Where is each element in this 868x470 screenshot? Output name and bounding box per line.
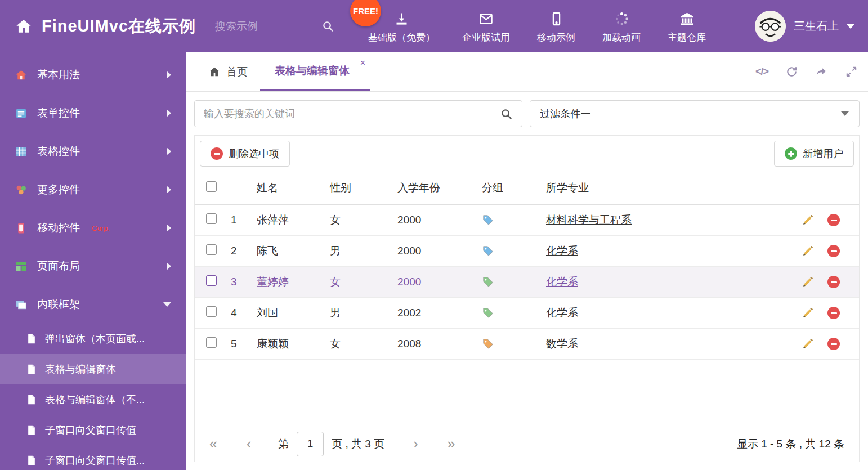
- sidebar-subitem-child-value-2[interactable]: 子窗口向父窗口传值...: [0, 445, 186, 470]
- header-search-input[interactable]: [215, 20, 305, 33]
- edit-icon[interactable]: [802, 338, 814, 350]
- sidebar-subitem-label: 表格与编辑窗体（不...: [45, 393, 145, 406]
- delete-icon[interactable]: [827, 307, 840, 319]
- chevron-down-icon: [163, 302, 171, 307]
- mobile-icon: [549, 11, 564, 26]
- sidebar-subitem-grid-edit[interactable]: 表格与编辑窗体: [0, 354, 186, 384]
- code-icon[interactable]: </>: [755, 66, 768, 78]
- sidebar-item-form[interactable]: 表单控件: [0, 94, 186, 132]
- sidebar-subitem-label: 子窗口向父窗口传值: [45, 423, 136, 437]
- delete-icon[interactable]: [827, 245, 840, 257]
- tab-home[interactable]: 首页: [196, 52, 260, 91]
- tag-icon: [482, 338, 537, 350]
- page-prefix-label: 第: [278, 437, 289, 451]
- col-major: 所学专业: [542, 172, 791, 205]
- delete-selected-button[interactable]: 删除选中项: [200, 141, 290, 167]
- row-checkbox[interactable]: [206, 306, 217, 317]
- nav-item-loading[interactable]: 加载动画: [602, 9, 641, 44]
- major-link[interactable]: 化学系: [546, 276, 578, 288]
- edit-icon[interactable]: [802, 245, 814, 257]
- filter-dropdown-value: 过滤条件一: [540, 107, 591, 120]
- cell-year: 2000: [393, 267, 477, 298]
- search-icon[interactable]: [500, 108, 513, 120]
- nav-item-label: 企业版试用: [462, 31, 510, 44]
- row-checkbox[interactable]: [206, 244, 217, 255]
- major-link[interactable]: 数学系: [546, 338, 578, 350]
- row-checkbox[interactable]: [206, 337, 217, 348]
- sidebar-item-grid[interactable]: 表格控件: [0, 132, 186, 171]
- tab-label: 首页: [226, 65, 248, 79]
- last-page-icon[interactable]: »: [448, 437, 455, 451]
- top-nav: FREE! 基础版（免费） 企业版试用 移动示例 加载动画 主题仓库: [368, 9, 706, 44]
- divider: [397, 436, 397, 453]
- sidebar-item-label: 更多控件: [37, 182, 80, 197]
- row-checkbox[interactable]: [206, 213, 217, 224]
- nav-item-label: 移动示例: [537, 31, 575, 44]
- sidebar-subitem-grid-edit-2[interactable]: 表格与编辑窗体（不...: [0, 384, 186, 415]
- tab-grid-edit[interactable]: 表格与编辑窗体 ×: [260, 52, 370, 91]
- major-link[interactable]: 化学系: [546, 245, 578, 257]
- file-icon: [26, 455, 37, 466]
- button-label: 新增用户: [803, 147, 843, 160]
- sidebar-subitem-popup[interactable]: 弹出窗体（本页面或...: [0, 324, 186, 354]
- cell-year: 2008: [393, 329, 477, 360]
- chevron-right-icon: [167, 262, 171, 270]
- form-icon: [15, 107, 28, 120]
- brand[interactable]: FineUIMvc在线示例: [15, 15, 196, 38]
- major-link[interactable]: 化学系: [546, 307, 578, 319]
- user-menu[interactable]: 三生石上: [755, 11, 854, 42]
- data-grid: 姓名 性别 入学年份 分组 所学专业 1: [195, 172, 859, 426]
- sidebar-item-label: 表单控件: [37, 106, 80, 120]
- next-page-icon[interactable]: ›: [413, 437, 418, 451]
- first-page-icon[interactable]: «: [209, 437, 217, 451]
- expand-icon[interactable]: [845, 65, 858, 78]
- nav-item-mobile[interactable]: 移动示例: [537, 9, 575, 44]
- sidebar-item-iframe[interactable]: 内联框架: [0, 285, 186, 324]
- row-number: 4: [226, 298, 252, 329]
- sidebar-item-basics[interactable]: 基本用法: [0, 56, 186, 94]
- tag-icon: [482, 245, 537, 257]
- delete-icon[interactable]: [827, 214, 840, 226]
- nav-item-enterprise[interactable]: 企业版试用: [462, 9, 510, 44]
- sidebar-subitem-child-value[interactable]: 子窗口向父窗口传值: [0, 415, 186, 445]
- edit-icon[interactable]: [802, 276, 814, 288]
- table-row: 1 张萍萍 女 2000 材料科学与工程系: [195, 205, 859, 236]
- prev-page-icon[interactable]: ‹: [247, 437, 251, 451]
- cell-year: 2000: [393, 236, 477, 267]
- col-year: 入学年份: [393, 172, 477, 205]
- page-number-input[interactable]: [297, 432, 324, 456]
- sidebar-item-more[interactable]: 更多控件: [0, 171, 186, 209]
- cell-name: 董婷婷: [252, 267, 325, 298]
- chevron-right-icon: [167, 147, 171, 155]
- tab-bar: 首页 表格与编辑窗体 × </>: [186, 52, 868, 92]
- edit-icon[interactable]: [802, 214, 814, 226]
- row-number: 1: [226, 205, 252, 236]
- table-header-row: 姓名 性别 入学年份 分组 所学专业: [195, 172, 859, 205]
- nav-item-themes[interactable]: 主题仓库: [668, 9, 706, 44]
- tab-tools: </>: [755, 52, 858, 91]
- user-name: 三生石上: [794, 19, 839, 34]
- col-gender: 性别: [325, 172, 393, 205]
- sidebar-subitem-label: 表格与编辑窗体: [45, 362, 116, 376]
- select-all-checkbox[interactable]: [206, 181, 217, 192]
- edit-icon[interactable]: [802, 307, 814, 319]
- search-icon[interactable]: [321, 20, 334, 33]
- delete-icon[interactable]: [827, 338, 840, 350]
- filter-dropdown[interactable]: 过滤条件一: [530, 100, 860, 127]
- add-user-button[interactable]: 新增用户: [774, 141, 854, 167]
- minus-circle-icon: [211, 147, 223, 160]
- sidebar-item-mobile[interactable]: 移动控件 Corp.: [0, 209, 186, 247]
- keyword-search-input[interactable]: [204, 108, 494, 120]
- chevron-right-icon: [167, 186, 171, 194]
- table-icon: [15, 145, 28, 158]
- share-icon[interactable]: [815, 65, 828, 78]
- major-link[interactable]: 材料科学与工程系: [546, 214, 632, 226]
- close-icon[interactable]: ×: [360, 58, 365, 68]
- refresh-icon[interactable]: [785, 65, 798, 78]
- row-checkbox[interactable]: [206, 275, 217, 286]
- home-icon: [208, 66, 221, 78]
- delete-icon[interactable]: [827, 276, 840, 288]
- sidebar-item-layout[interactable]: 页面布局: [0, 247, 186, 285]
- nav-item-basic[interactable]: FREE! 基础版（免费）: [368, 9, 435, 44]
- sidebar-item-label: 表格控件: [37, 144, 80, 159]
